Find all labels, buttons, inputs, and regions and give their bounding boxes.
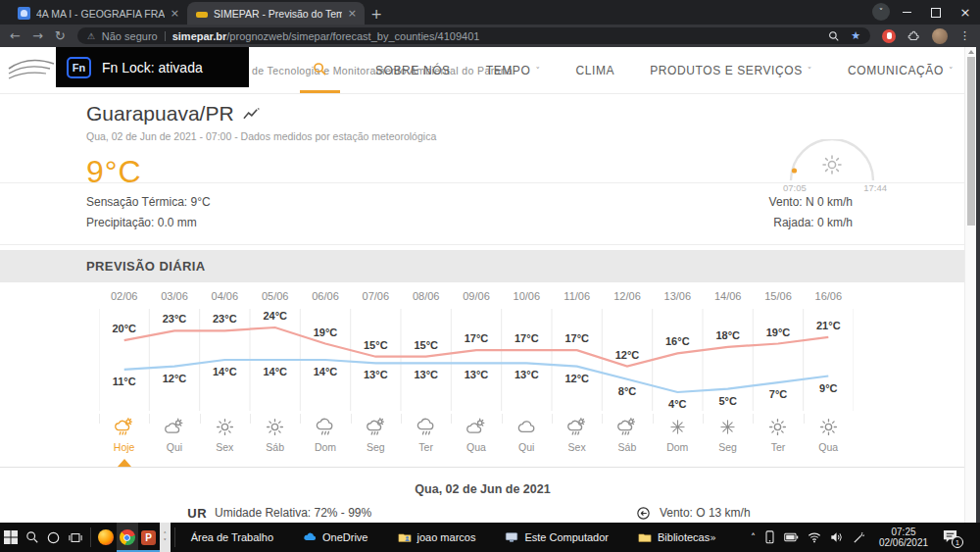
forecast-day-05-06[interactable]: Sáb: [250, 417, 300, 453]
browser-profile-button[interactable]: ˅: [872, 3, 890, 21]
gust-now: Rajada: 0 km/h: [769, 213, 853, 233]
back-button[interactable]: ←: [10, 29, 21, 42]
powerpoint-taskbar-button[interactable]: P: [138, 523, 160, 552]
current-temperature: 9°C: [86, 154, 436, 190]
forecast-day-02-06[interactable]: Hoje: [99, 417, 149, 453]
start-button[interactable]: [0, 523, 22, 552]
tab-geografia[interactable]: 4A MA I - GEOGRAFIA FRANCISC ×: [10, 2, 187, 25]
day-label: Qua: [818, 441, 838, 453]
hidden-icons-chevron[interactable]: ˄: [751, 532, 756, 543]
scroll-down-icon[interactable]: ˅: [164, 537, 167, 544]
svg-text:20°C: 20°C: [112, 323, 136, 334]
pen-device-icon[interactable]: [853, 531, 865, 544]
forecast-day-06-06[interactable]: Dom: [300, 417, 350, 453]
toolbar-item-joao-marcos[interactable]: joao marcos: [398, 530, 476, 544]
close-button[interactable]: ×: [951, 0, 980, 25]
volume-icon[interactable]: [830, 531, 844, 543]
extensions-puzzle-icon[interactable]: [907, 29, 920, 42]
taskbar-scroll-control[interactable]: ˄˅: [160, 523, 171, 552]
forecast-day-11-06[interactable]: Sex: [552, 417, 602, 453]
task-view-button[interactable]: [65, 523, 86, 552]
classroom-favicon: [18, 7, 30, 20]
wind-now: Vento: N 0 km/h: [769, 192, 853, 213]
tab-close-icon[interactable]: ×: [171, 7, 179, 20]
forecast-day-14-06[interactable]: Seg: [703, 417, 753, 453]
reload-button[interactable]: ↻: [55, 29, 66, 42]
scrollbar-up-arrow[interactable]: [968, 50, 974, 54]
day-summary: Qua, 02 de Jun de 2021 URUmidade Relativ…: [0, 468, 965, 523]
clock-date: 02/06/2021: [879, 537, 928, 548]
security-label[interactable]: Não seguro: [102, 30, 158, 42]
toolbar-item--rea-de-trabalho[interactable]: Área de Trabalho: [191, 531, 273, 543]
frost-icon: [717, 417, 738, 437]
battery-icon[interactable]: [784, 531, 799, 543]
forecast-day-09-06[interactable]: Qua: [451, 417, 501, 453]
profile-avatar[interactable]: [932, 28, 948, 44]
chevron-down-icon: ˅: [949, 66, 954, 75]
bookmark-star-icon[interactable]: ★: [851, 29, 860, 42]
minimize-button[interactable]: [892, 0, 921, 25]
wifi-icon[interactable]: [808, 531, 821, 543]
forecast-day-10-06[interactable]: Qui: [502, 417, 552, 453]
nav-item-clima[interactable]: CLIMA: [575, 64, 614, 77]
nav-item-tempo[interactable]: TEMPO˅: [486, 64, 541, 77]
rain-icon: [315, 417, 335, 437]
summary-row-ur: URUmidade Relativa: 72% - 99%: [187, 504, 371, 522]
day-label: Qui: [167, 441, 182, 453]
forecast-day-07-06[interactable]: Seg: [351, 417, 401, 453]
nav-item-produtos-e-servi-os[interactable]: PRODUTOS E SERVIÇOS˅: [650, 64, 812, 77]
adblock-extension-icon[interactable]: [882, 29, 896, 43]
cloud-icon: [516, 417, 537, 437]
svg-text:13°C: 13°C: [414, 369, 438, 380]
nav-search-button[interactable]: [300, 47, 340, 93]
svg-text:08/06: 08/06: [413, 290, 440, 302]
windows-logo-icon: [4, 530, 18, 544]
taskbar-search-button[interactable]: [22, 523, 43, 552]
daily-forecast-band: PREVISÃO DIÁRIA: [0, 250, 965, 282]
forecast-day-13-06[interactable]: Dom: [653, 417, 703, 453]
forecast-day-16-06[interactable]: Qua: [804, 417, 854, 453]
svg-text:21°C: 21°C: [816, 320, 841, 331]
forecast-day-15-06[interactable]: Ter: [753, 417, 803, 453]
forecast-day-04-06[interactable]: Sex: [200, 417, 250, 453]
svg-text:17°C: 17°C: [465, 332, 489, 344]
svg-text:15/06: 15/06: [764, 290, 792, 302]
toolbar-overflow-icon[interactable]: »: [710, 531, 716, 544]
nav-item-sobre-n-s[interactable]: SOBRE NÓS: [375, 64, 451, 77]
chrome-taskbar-button[interactable]: [117, 523, 138, 552]
chrome-icon: [120, 529, 135, 545]
scrollbar-thumb[interactable]: [967, 57, 975, 226]
new-tab-button[interactable]: +: [365, 2, 388, 25]
firefox-taskbar-button[interactable]: [95, 523, 117, 552]
maximize-button[interactable]: [921, 0, 951, 25]
action-center-button[interactable]: 1: [942, 528, 961, 546]
svg-text:17°C: 17°C: [564, 332, 589, 344]
scroll-up-icon[interactable]: ˄: [164, 530, 167, 537]
forward-button[interactable]: →: [32, 29, 43, 42]
omnibox[interactable]: ⚠ Não seguro simepar.br/prognozweb/simep…: [77, 27, 870, 44]
toolbar-item-bibliotecas[interactable]: Bibliotecas: [638, 530, 710, 544]
day-label: Hoje: [114, 441, 135, 453]
forecast-day-08-06[interactable]: Ter: [401, 417, 451, 453]
sun-cloud-icon: [466, 417, 486, 437]
forecast-day-12-06[interactable]: Sáb: [602, 417, 652, 453]
toolbar-item-label: joao marcos: [417, 531, 476, 543]
cortana-button[interactable]: [43, 523, 65, 552]
page-scrollbar[interactable]: [964, 47, 976, 523]
tab-close-icon[interactable]: ×: [348, 7, 357, 20]
toolbar-item-este-computador[interactable]: Este Computador: [505, 530, 609, 544]
tab-simepar[interactable]: SIMEPAR - Previsão do Tempo - C ×: [187, 2, 365, 25]
svg-text:05/06: 05/06: [262, 290, 289, 302]
nav-item-comunica-o[interactable]: COMUNICAÇÃO˅: [848, 64, 954, 77]
forecast-day-03-06[interactable]: Qui: [149, 417, 199, 453]
toolbar-item-onedrive[interactable]: OneDrive: [303, 530, 368, 544]
phone-icon[interactable]: [764, 530, 775, 544]
browser-menu-icon[interactable]: ⋮: [959, 29, 970, 42]
toolbar-item-label: Bibliotecas: [658, 531, 710, 543]
zoom-icon[interactable]: [828, 30, 840, 42]
chart-trend-icon[interactable]: [243, 107, 260, 121]
taskbar-clock[interactable]: 07:25 02/06/2021: [879, 527, 928, 548]
not-secure-warning-icon[interactable]: ⚠: [87, 31, 95, 41]
page-url[interactable]: simepar.br/prognozweb/simepar/forecast_b…: [172, 30, 480, 42]
sun-icon: [767, 417, 788, 437]
